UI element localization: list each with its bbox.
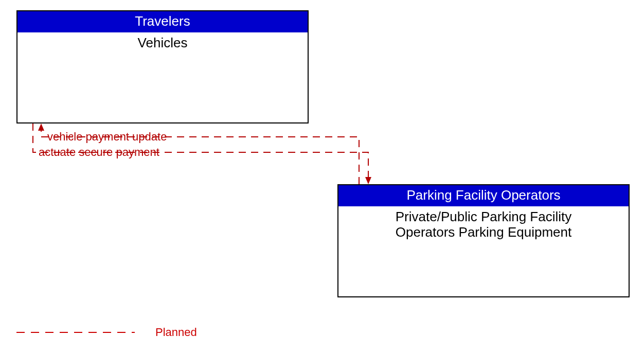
entity-box-parking: Parking Facility Operators Private/Publi… bbox=[337, 184, 630, 297]
flow-label-vehicle-payment-update: vehicle payment update bbox=[47, 130, 167, 144]
entity-box-travelers: Travelers Vehicles bbox=[16, 10, 309, 123]
legend-label-planned: Planned bbox=[155, 326, 197, 339]
entity-body-travelers: Vehicles bbox=[17, 32, 308, 51]
entity-header-parking: Parking Facility Operators bbox=[338, 185, 629, 206]
entity-header-travelers: Travelers bbox=[17, 11, 308, 32]
arrowhead-to-parking bbox=[365, 177, 371, 184]
entity-body-parking: Private/Public Parking Facility Operator… bbox=[338, 206, 629, 240]
arrowhead-to-travelers bbox=[38, 123, 44, 131]
entity-body-parking-line1: Private/Public Parking Facility bbox=[338, 209, 629, 225]
flow-label-actuate-secure-payment: actuate secure payment bbox=[39, 146, 159, 159]
entity-body-parking-line2: Operators Parking Equipment bbox=[338, 225, 629, 240]
